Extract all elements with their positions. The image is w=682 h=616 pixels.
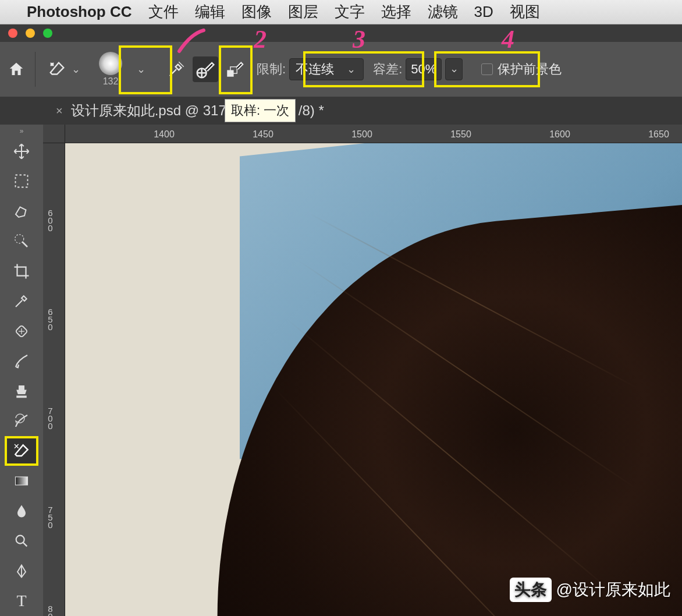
separator	[35, 52, 35, 87]
svg-rect-4	[16, 175, 28, 187]
tool-brush[interactable]	[5, 346, 38, 376]
ruler-tick: 650	[45, 307, 55, 330]
window-close-button[interactable]	[8, 29, 17, 38]
doc-title-prefix[interactable]: 设计原来如此.psd @ 317	[71, 101, 226, 120]
home-button[interactable]	[5, 58, 28, 81]
tool-quick-select[interactable]	[5, 226, 38, 256]
checkbox-icon	[481, 63, 493, 75]
protect-fg-label: 保护前景色	[498, 61, 562, 78]
move-icon	[13, 143, 30, 160]
healing-brush-icon	[13, 323, 30, 340]
chevron-down-icon[interactable]: ⌄	[445, 58, 463, 80]
menu-image[interactable]: 图像	[241, 2, 272, 22]
eyedropper-swatch-icon	[225, 59, 244, 79]
eyedropper-continuous-icon	[166, 59, 186, 79]
protect-foreground-checkbox[interactable]: 保护前景色	[481, 61, 562, 78]
dodge-icon	[13, 533, 30, 549]
menu-type[interactable]: 文字	[335, 2, 365, 22]
svg-rect-8	[16, 477, 28, 485]
sampling-once-button[interactable]	[193, 56, 218, 82]
ruler-tick: 750	[45, 505, 55, 528]
limit-label: 限制:	[257, 61, 286, 78]
ruler-horizontal[interactable]: 1400 1450 1500 1550 1600 1650	[65, 125, 682, 143]
menu-file[interactable]: 文件	[148, 2, 179, 22]
tool-dodge[interactable]	[5, 526, 38, 556]
canvas-area: 1400 1450 1500 1550 1600 1650 600 650 70…	[43, 125, 682, 616]
tool-background-eraser[interactable]	[5, 436, 38, 466]
chevron-down-icon: ⌄	[344, 63, 357, 76]
background-eraser-icon	[12, 442, 31, 461]
ruler-tick: 1650	[648, 129, 669, 140]
menu-layer[interactable]: 图层	[288, 2, 318, 22]
tool-crop[interactable]	[5, 256, 38, 286]
sampling-continuous-button[interactable]	[164, 56, 189, 82]
ruler-tick: 800	[45, 604, 55, 617]
current-tool-indicator[interactable]: ⌄	[42, 57, 87, 82]
tool-healing[interactable]	[5, 316, 38, 346]
app-name[interactable]: Photoshop CC	[27, 3, 132, 21]
type-icon: T	[16, 592, 26, 610]
document-tab-bar: × 设计原来如此.psd @ 317 取样: 一次 /8) *	[0, 97, 682, 125]
sampling-swatch-button[interactable]	[222, 56, 247, 82]
brush-size-label: 132	[103, 76, 119, 87]
gradient-icon	[13, 473, 30, 489]
ruler-tick: 700	[45, 406, 55, 429]
ruler-tick: 1400	[154, 129, 175, 140]
window-zoom-button[interactable]	[43, 29, 52, 38]
annotation-2: 2	[254, 24, 267, 54]
lasso-poly-icon	[13, 203, 30, 220]
tool-gradient[interactable]	[5, 466, 38, 496]
tool-lasso[interactable]	[5, 196, 38, 226]
eyedropper-once-icon	[194, 58, 216, 80]
ruler-tick: 600	[45, 208, 55, 231]
tool-stamp[interactable]	[5, 376, 38, 406]
tool-move[interactable]	[5, 136, 38, 167]
tool-pen[interactable]	[5, 556, 38, 586]
clone-stamp-icon	[13, 383, 30, 400]
tooltip-sampling-once: 取样: 一次	[225, 99, 296, 122]
tool-history-brush[interactable]	[5, 406, 38, 436]
tolerance-label: 容差:	[373, 61, 402, 78]
limit-dropdown[interactable]: 不连续 ⌄	[289, 58, 364, 80]
tab-close-button[interactable]: ×	[56, 104, 63, 118]
annotation-3: 3	[353, 24, 365, 54]
workspace: » T 1400 1450 1500 1550 1600 1650 600 65…	[0, 125, 682, 616]
eyedropper-icon	[13, 292, 30, 310]
pen-icon	[13, 563, 30, 579]
menu-3d[interactable]: 3D	[474, 3, 493, 21]
tool-eyedropper[interactable]	[5, 286, 38, 316]
tool-blur[interactable]	[5, 496, 38, 526]
crop-icon	[13, 263, 30, 280]
ruler-tick: 1450	[253, 129, 273, 140]
tool-type[interactable]: T	[5, 586, 38, 616]
watermark-handle: @设计原来如此	[556, 579, 670, 601]
brush-preset-picker[interactable]: 132	[90, 49, 131, 90]
quick-select-icon	[13, 232, 30, 250]
menu-view[interactable]: 视图	[510, 2, 540, 22]
chevron-down-icon: ⌄	[69, 63, 82, 76]
watermark: 头条 @设计原来如此	[510, 578, 670, 602]
menu-filter[interactable]: 滤镜	[428, 2, 458, 22]
window-chrome	[0, 24, 682, 42]
toolbar-expand-icon[interactable]: »	[0, 126, 43, 136]
brush-icon	[13, 352, 30, 370]
annotation-4: 4	[502, 24, 514, 54]
background-eraser-icon	[47, 59, 67, 79]
history-brush-icon	[13, 412, 30, 430]
tool-marquee[interactable]	[5, 166, 38, 196]
marquee-icon	[13, 173, 30, 189]
ruler-vertical[interactable]: 600 650 700 750 800	[43, 143, 65, 616]
tools-panel: » T	[0, 125, 43, 616]
blur-icon	[13, 503, 30, 519]
window-minimize-button[interactable]	[26, 29, 35, 38]
menu-select[interactable]: 选择	[381, 2, 411, 22]
tolerance-input[interactable]: 50%	[406, 58, 442, 80]
annotation-1	[175, 26, 209, 57]
home-icon	[8, 61, 25, 78]
brush-preview-icon	[99, 52, 122, 75]
menu-edit[interactable]: 编辑	[195, 2, 225, 22]
chevron-down-icon[interactable]: ⌄	[134, 63, 147, 76]
document-canvas[interactable]: 头条 @设计原来如此	[65, 143, 682, 616]
ruler-tick: 1500	[351, 129, 372, 140]
ruler-origin[interactable]	[43, 125, 65, 143]
